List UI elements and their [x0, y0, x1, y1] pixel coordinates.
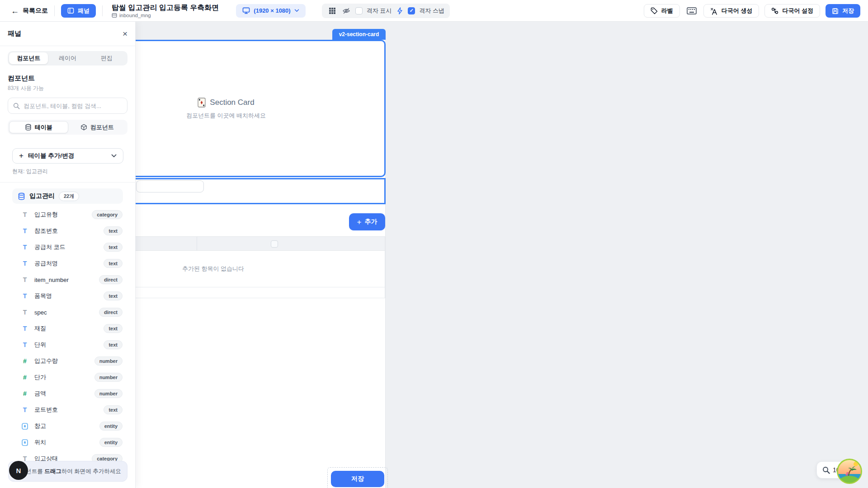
- canvas-save-button[interactable]: 저장: [331, 471, 384, 487]
- toggle-components[interactable]: 컴포넌트: [68, 121, 127, 133]
- field-type-badge: number: [94, 373, 123, 382]
- text-field-icon: T: [21, 342, 29, 348]
- panel-toggle-button[interactable]: 패널: [61, 4, 96, 18]
- field-row[interactable]: T 공급처명 text: [0, 255, 135, 272]
- field-row[interactable]: 창고 entity: [0, 418, 135, 434]
- field-type-badge: entity: [99, 438, 123, 447]
- field-type-badge: entity: [99, 422, 123, 431]
- back-to-list-button[interactable]: ← 목록으로: [11, 7, 48, 15]
- muted-text-field-icon: T: [21, 211, 29, 218]
- close-icon[interactable]: ×: [123, 29, 127, 38]
- field-type-badge: text: [104, 243, 123, 252]
- workflow-icon: [771, 7, 778, 14]
- eye-off-icon[interactable]: [341, 5, 351, 17]
- search-input[interactable]: [24, 103, 122, 109]
- page-title: 탑씰 입고관리 입고등록 우측화면: [112, 4, 219, 12]
- field-row[interactable]: # 금액 number: [0, 385, 135, 402]
- field-name: 단가: [34, 373, 46, 381]
- resolution-dropdown[interactable]: (868 × 488): [236, 4, 305, 18]
- field-type-badge: text: [104, 226, 123, 235]
- database-icon: [25, 124, 32, 131]
- panel-icon: [67, 7, 74, 14]
- section-card-hint: 컴포넌트를 이곳에 배치하세요: [186, 112, 266, 120]
- field-row[interactable]: T 로트번호 text: [0, 402, 135, 418]
- field-name: spec: [34, 309, 47, 316]
- number-field-icon: #: [21, 374, 29, 380]
- save-icon: [832, 8, 839, 14]
- field-row[interactable]: 위치 entity: [0, 434, 135, 450]
- field-name: 단위: [34, 341, 46, 349]
- text-field-icon: T: [21, 293, 29, 299]
- field-row[interactable]: T 품목명 text: [0, 288, 135, 304]
- grid-snap-checkbox[interactable]: ✓: [408, 7, 415, 14]
- field-name: 공급처 코드: [34, 243, 66, 251]
- tab-edit[interactable]: 편집: [87, 52, 126, 64]
- grid-snap-label: 격자 스냅: [419, 7, 444, 15]
- field-name: 입고수량: [34, 357, 58, 365]
- top-toolbar: ← 목록으로 패널 탑씰 입고관리 입고등록 우측화면 inbound_mng: [0, 0, 868, 22]
- field-row[interactable]: # 단가 number: [0, 369, 135, 385]
- save-button[interactable]: 저장: [826, 4, 860, 18]
- keyboard-shortcuts-icon[interactable]: [685, 5, 698, 17]
- labels-button[interactable]: 라벨: [644, 4, 680, 18]
- table-subtitle: inbound_mng: [112, 13, 219, 18]
- section-card-title: Section Card: [198, 98, 254, 108]
- table-group-row[interactable]: 입고관리 22개: [12, 188, 123, 204]
- field-row[interactable]: T 단위 text: [0, 337, 135, 353]
- field-name: 로트번호: [34, 406, 58, 414]
- tab-layers[interactable]: 레이어: [48, 52, 87, 64]
- i18n-generate-button[interactable]: 다국어 생성: [703, 4, 760, 18]
- field-name: 위치: [34, 438, 46, 446]
- field-count-badge: 22개: [59, 192, 79, 201]
- monitor-icon: [242, 7, 250, 14]
- field-list: T 입고유형 category T 참조번호 text T 공급처 코드 tex…: [0, 206, 135, 467]
- plus-icon: +: [19, 151, 24, 160]
- field-type-badge: direct: [99, 275, 123, 284]
- lightning-icon: [396, 5, 404, 17]
- avatar[interactable]: N: [9, 461, 28, 480]
- panel-tabs: 컴포넌트 레이어 편집: [8, 51, 127, 66]
- field-type-badge: text: [104, 405, 123, 414]
- i18n-settings-button[interactable]: 다국어 설정: [764, 4, 820, 18]
- muted-text-field-icon: T: [21, 277, 29, 283]
- panel-title: 패널: [8, 29, 21, 38]
- component-search[interactable]: [8, 98, 127, 114]
- field-type-badge: text: [104, 340, 123, 349]
- grid-icon[interactable]: [327, 5, 337, 17]
- available-count: 83개 사용 가능: [8, 84, 127, 92]
- cube-icon: [80, 124, 87, 131]
- entity-field-icon: [21, 423, 29, 430]
- back-arrow-icon: ←: [11, 7, 19, 15]
- source-toggle: 테이블 컴포넌트: [8, 120, 127, 135]
- field-row[interactable]: T spec direct: [0, 304, 135, 320]
- add-button[interactable]: + 추가: [349, 213, 385, 230]
- component-panel: 패널 × 컴포넌트 레이어 편집 컴포넌트 83개 사용 가능 테이블 컴포넌트…: [0, 22, 136, 488]
- text-field-icon: T: [21, 325, 29, 332]
- text-field-icon: T: [21, 407, 29, 413]
- field-row[interactable]: T 재질 text: [0, 320, 135, 337]
- add-table-dropdown[interactable]: + 테이블 추가/변경: [12, 148, 123, 164]
- tab-components[interactable]: 컴포넌트: [9, 52, 48, 64]
- toggle-tables[interactable]: 테이블: [9, 121, 68, 133]
- field-row[interactable]: # 입고수량 number: [0, 353, 135, 369]
- components-heading: 컴포넌트: [8, 74, 127, 83]
- field-type-badge: text: [104, 291, 123, 300]
- field-name: 금액: [34, 389, 46, 398]
- muted-text-field-icon: T: [21, 309, 29, 315]
- search-icon: [13, 103, 20, 109]
- translate-icon: [710, 7, 718, 15]
- field-row[interactable]: T 입고유형 category: [0, 206, 135, 223]
- field-type-badge: text: [104, 259, 123, 268]
- field-name: 공급처명: [34, 259, 58, 267]
- field-name: item_number: [34, 277, 69, 283]
- grid-show-checkbox[interactable]: [355, 7, 363, 14]
- select-all-checkbox[interactable]: [271, 240, 278, 248]
- grid-controls: 격자 표시 ✓ 격자 스냅: [322, 4, 450, 18]
- island-extension-icon[interactable]: [837, 459, 862, 484]
- field-row[interactable]: T item_number direct: [0, 272, 135, 288]
- database-icon: [18, 192, 25, 200]
- field-row[interactable]: T 공급처 코드 text: [0, 239, 135, 255]
- placed-input[interactable]: [136, 180, 204, 192]
- field-name: 재질: [34, 324, 46, 333]
- field-row[interactable]: T 참조번호 text: [0, 223, 135, 239]
